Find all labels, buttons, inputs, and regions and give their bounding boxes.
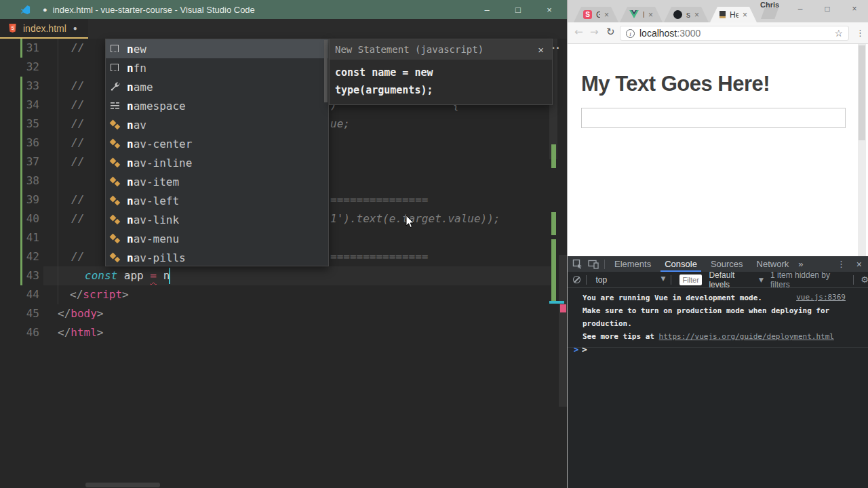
- close-button[interactable]: ×: [848, 3, 861, 15]
- line-number: 38: [0, 171, 39, 190]
- suggest-scrollbar-thumb[interactable]: [324, 40, 328, 102]
- reload-icon[interactable]: ↻: [606, 26, 615, 38]
- devtools-tab-console[interactable]: Console: [658, 256, 704, 272]
- tab-modified-indicator[interactable]: ●: [73, 24, 77, 32]
- deployment-guide-link[interactable]: https://vuejs.org/guide/deployment.html: [659, 332, 834, 341]
- line-number: 45: [0, 304, 39, 323]
- browser-tab-get[interactable]: SGet×: [574, 7, 618, 22]
- comment-fragment: ===============: [330, 190, 429, 209]
- inspect-element-icon[interactable]: [572, 259, 583, 270]
- maximize-button[interactable]: □: [502, 0, 534, 19]
- editor-line[interactable]: 43const app = n: [0, 266, 556, 285]
- suggestion-item-nfn[interactable]: nfn: [106, 58, 328, 77]
- code-statement: const app = n: [85, 266, 170, 285]
- browser-tab-sco[interactable]: sco×: [664, 7, 709, 22]
- suggestion-item-nav-item[interactable]: nav-item: [106, 172, 328, 191]
- snippet-abbreviation-icon: [110, 157, 121, 168]
- page-scrollbar-thumb[interactable]: [859, 45, 865, 140]
- suggestion-item-nav-pills[interactable]: nav-pills: [106, 248, 328, 267]
- tab-close-icon[interactable]: ×: [648, 10, 653, 20]
- suggestion-rest: av-inline: [134, 157, 193, 169]
- suggestion-rest: ew: [134, 43, 146, 56]
- back-icon[interactable]: ←: [574, 26, 583, 38]
- comment-marker: //: [71, 134, 84, 152]
- browser-toolbar: ← → ↻ i localhost:3000 ☆ ⋮: [568, 22, 868, 44]
- page-text-input[interactable]: [581, 108, 846, 128]
- horizontal-scrollbar-thumb[interactable]: [85, 483, 160, 487]
- browser-menu-icon[interactable]: ⋮: [856, 28, 865, 38]
- clear-console-icon[interactable]: [573, 276, 580, 283]
- device-toolbar-icon[interactable]: [588, 259, 599, 270]
- forward-icon[interactable]: →: [590, 26, 599, 38]
- devtools-close-icon[interactable]: ×: [856, 259, 862, 270]
- source-link[interactable]: vue.js:8369: [796, 293, 846, 302]
- matched-prefix: n: [127, 176, 134, 188]
- comment-fragment: 1').text(e.target.value));: [330, 209, 500, 228]
- property-wrench-icon: [110, 81, 121, 92]
- editor-line[interactable]: 44</script>: [0, 285, 556, 304]
- suggestion-rest: av-left: [134, 195, 179, 207]
- maximize-button[interactable]: □: [821, 3, 834, 15]
- browser-tab-hell[interactable]: Hell×: [710, 7, 757, 22]
- address-bar[interactable]: i localhost:3000 ☆: [620, 26, 849, 41]
- tab-title: Intr: [643, 10, 644, 20]
- suggestion-item-nav-center[interactable]: nav-center: [106, 134, 328, 153]
- matched-prefix: n: [127, 62, 134, 75]
- profile-name[interactable]: Chris: [760, 1, 779, 9]
- tag-punctuation: </: [70, 288, 83, 301]
- suggestion-item-nav-menu[interactable]: nav-menu: [106, 229, 328, 248]
- suggestion-item-nav-link[interactable]: nav-link: [106, 210, 328, 229]
- log-levels-selector[interactable]: Default levels: [709, 270, 755, 289]
- browser-tab-intr[interactable]: Intr×: [620, 7, 663, 22]
- tab-close-icon[interactable]: ×: [604, 10, 609, 20]
- settings-gear-icon[interactable]: ⚙: [861, 274, 868, 285]
- line-number: 36: [0, 134, 39, 152]
- tab-close-icon[interactable]: ×: [694, 10, 699, 20]
- bookmark-star-icon[interactable]: ☆: [834, 28, 843, 39]
- console-message: You are running Vue in development mode.…: [568, 288, 868, 348]
- close-button[interactable]: ×: [534, 0, 565, 19]
- page-favicon: [719, 11, 726, 18]
- diff-gutter-indicator: [20, 39, 22, 58]
- minimize-button[interactable]: –: [471, 0, 502, 19]
- console-filter-input[interactable]: [679, 274, 702, 285]
- suggestion-item-nav[interactable]: nav: [106, 115, 328, 134]
- page-info-icon[interactable]: i: [626, 29, 635, 38]
- context-selector[interactable]: top ▼: [596, 275, 666, 285]
- diff-gutter-indicator: [20, 247, 22, 266]
- suggestion-rest: av-link: [134, 214, 179, 226]
- devtools-tab-elements[interactable]: Elements: [608, 256, 658, 272]
- comment-fragment: ===============: [330, 247, 429, 266]
- matched-prefix: n: [127, 251, 134, 264]
- more-tabs-icon[interactable]: »: [795, 259, 806, 269]
- minimize-button[interactable]: –: [793, 3, 807, 15]
- suggestion-label: nav-inline: [127, 157, 192, 169]
- page-scrollbar[interactable]: [858, 44, 866, 256]
- suggestion-item-nav-inline[interactable]: nav-inline: [106, 153, 328, 172]
- tag-punctuation: </: [58, 307, 71, 320]
- code-editor[interactable]: 31//3233//34//){35//ue;36//37//3839//===…: [0, 39, 567, 488]
- diff-gutter-indicator: [20, 209, 22, 228]
- console-prompt[interactable]: > >: [568, 343, 868, 358]
- matched-prefix: n: [127, 138, 134, 150]
- line-number: 46: [0, 323, 39, 342]
- suggestion-item-name[interactable]: name: [106, 77, 328, 96]
- line-number: 40: [0, 209, 39, 228]
- docs-close-icon[interactable]: ×: [538, 44, 544, 56]
- suggestion-item-new[interactable]: new: [106, 39, 328, 58]
- suggestion-item-namespace[interactable]: namespace: [106, 96, 328, 115]
- editor-line[interactable]: 46</html>: [0, 323, 556, 342]
- tab-index-html[interactable]: 5 index.html ●: [0, 19, 88, 39]
- tab-title: sco: [686, 10, 690, 20]
- web-page: My Text Goes Here!: [568, 44, 868, 256]
- suggestion-label: nav-item: [127, 176, 179, 188]
- keyword-token: const: [85, 269, 117, 282]
- suggestion-item-nav-left[interactable]: nav-left: [106, 191, 328, 210]
- devtools-menu-icon[interactable]: ⋮: [837, 259, 846, 269]
- editor-scrollbar-thumb[interactable]: [559, 255, 567, 407]
- tab-close-icon[interactable]: ×: [743, 10, 747, 20]
- snippet-abbreviation-icon: [110, 252, 121, 263]
- editor-line[interactable]: 45</body>: [0, 304, 556, 323]
- new-tab-button[interactable]: [761, 8, 778, 19]
- svg-text:5: 5: [11, 25, 14, 31]
